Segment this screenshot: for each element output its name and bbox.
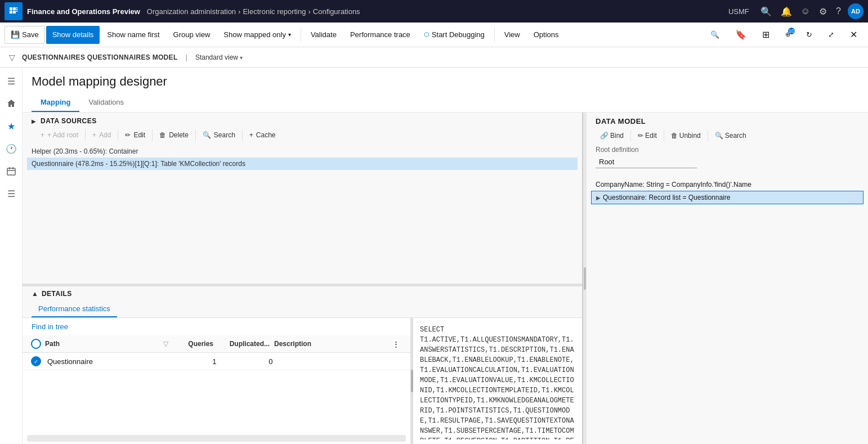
- dm-unbind-button[interactable]: 🗑 Unbind: [666, 130, 705, 141]
- table-row[interactable]: Questionnaire 1 0: [23, 353, 410, 370]
- group-view-button[interactable]: Group view: [167, 26, 217, 44]
- performance-trace-button[interactable]: Performance trace: [344, 26, 417, 44]
- tab-mapping[interactable]: Mapping: [32, 93, 79, 112]
- sql-text[interactable]: SELECT T1.ACTIVE,T1.ALLQUESTIONSMANDATOR…: [418, 322, 578, 439]
- smiley-icon[interactable]: ☺: [799, 4, 812, 19]
- main-panel-divider[interactable]: [583, 113, 587, 444]
- sidebar-icon-star[interactable]: ★: [2, 117, 20, 135]
- show-name-first-button[interactable]: Show name first: [101, 26, 165, 44]
- show-details-label: Show details: [52, 30, 94, 39]
- layout-icon[interactable]: ⊞: [756, 26, 776, 44]
- breadcrumb-item-org[interactable]: Organization administration: [147, 7, 236, 16]
- add-label: Add: [99, 131, 111, 139]
- row-duplicated: 0: [221, 357, 278, 366]
- breadcrumb-chevron-1: ›: [238, 7, 240, 16]
- sidebar-icon-calendar[interactable]: [2, 162, 20, 180]
- badge-icon[interactable]: ⊕ 10: [779, 26, 797, 44]
- sidebar-icon-list[interactable]: ☰: [2, 185, 20, 203]
- show-mapped-only-arrow: ▾: [288, 32, 291, 38]
- dm-bind-button[interactable]: 🔗 Bind: [596, 130, 628, 141]
- view-label: View: [504, 30, 520, 39]
- validate-button[interactable]: Validate: [305, 26, 343, 44]
- col-header-description: Description: [274, 340, 392, 348]
- tab-performance-statistics[interactable]: Performance statistics: [32, 301, 117, 317]
- details-collapse-icon[interactable]: ▲: [32, 290, 38, 298]
- save-button[interactable]: 💾 Save: [5, 26, 45, 44]
- table-header: Path ▽ Queries Duplicated... Description…: [23, 335, 410, 353]
- ds-sep-1: [85, 129, 86, 141]
- data-sources-section: ▶ DATA SOURCES + + Add root + Add: [23, 113, 582, 284]
- refresh-icon[interactable]: ↻: [800, 26, 818, 44]
- svg-rect-7: [7, 168, 15, 175]
- start-debugging-button[interactable]: ⬡ Start Debugging: [418, 26, 491, 44]
- close-icon[interactable]: ✕: [844, 26, 863, 44]
- add-button[interactable]: + Add: [88, 129, 115, 141]
- row-check-circle[interactable]: [31, 356, 41, 366]
- performance-table: Path ▽ Queries Duplicated... Description…: [23, 335, 410, 433]
- search-btn-right[interactable]: 🔍: [704, 26, 726, 44]
- show-mapped-only-button[interactable]: Show mapped only ▾: [217, 26, 297, 44]
- vertical-divider[interactable]: [411, 318, 413, 444]
- bookmark-icon[interactable]: 🔖: [729, 26, 753, 44]
- left-sidebar: ☰ ★ 🕐 ☰: [0, 68, 23, 444]
- breadcrumb-item-config[interactable]: Configurations: [313, 7, 360, 16]
- tab-validations[interactable]: Validations: [79, 93, 133, 112]
- sidebar-icon-home[interactable]: [2, 95, 20, 113]
- dm-item-questionnaire-text: Questionnaire: Record list = Questionnai…: [603, 194, 858, 201]
- options-label: Options: [534, 30, 559, 39]
- expand-icon[interactable]: ⤢: [822, 26, 840, 44]
- dm-search-button[interactable]: 🔍 Search: [710, 130, 751, 141]
- show-details-button[interactable]: Show details: [46, 26, 100, 44]
- page-title: Model mapping designer: [32, 74, 859, 89]
- ds-item-helper[interactable]: Helper (20.3ms - 0.65%): Container: [27, 145, 578, 158]
- breadcrumb-bar-sep: |: [186, 53, 187, 61]
- root-definition-input[interactable]: [596, 156, 697, 168]
- ds-item-questionnaire[interactable]: Questionnaire (478.2ms - 15.25%)[1][Q:1]…: [27, 158, 578, 170]
- show-mapped-only-label: Show mapped only: [223, 30, 286, 39]
- gear-icon[interactable]: ⚙: [817, 4, 829, 19]
- save-icon: 💾: [11, 30, 20, 39]
- app-name: Finance and Operations Preview: [27, 7, 140, 16]
- dm-item-companyname[interactable]: CompanyName: String = CompanyInfo.'find(…: [591, 178, 863, 191]
- sidebar-icon-menu[interactable]: ☰: [2, 72, 20, 90]
- header-check-circle[interactable]: [31, 339, 41, 349]
- standard-view-selector[interactable]: Standard view ▾: [195, 53, 243, 61]
- dm-unbind-icon: 🗑: [671, 132, 678, 140]
- add-root-button[interactable]: + + Add root: [36, 129, 83, 141]
- dm-unbind-label: Unbind: [679, 132, 701, 140]
- col-menu-icon[interactable]: ⋮: [392, 340, 406, 348]
- bell-icon[interactable]: 🔔: [778, 4, 794, 19]
- start-debugging-label: Start Debugging: [432, 30, 485, 39]
- grid-icon[interactable]: [5, 2, 23, 20]
- view-button[interactable]: View: [498, 26, 526, 44]
- sql-area: SELECT T1.ACTIVE,T1.ALLQUESTIONSMANDATOR…: [413, 318, 582, 444]
- col-filter-icon[interactable]: ▽: [163, 340, 168, 348]
- col-header-path: Path: [45, 340, 163, 348]
- breadcrumb-item-er[interactable]: Electronic reporting: [243, 7, 306, 16]
- main-content: ☰ ★ 🕐 ☰ Model mapping designer Mapping V…: [0, 68, 868, 444]
- root-definition-container: Root definition: [596, 146, 859, 168]
- search-label: Search: [214, 131, 235, 139]
- cache-button[interactable]: + Cache: [245, 129, 280, 141]
- dm-edit-button[interactable]: ✏ Edit: [633, 130, 661, 141]
- find-in-tree-link[interactable]: Find in tree: [32, 322, 68, 331]
- options-button[interactable]: Options: [527, 26, 565, 44]
- group-view-label: Group view: [173, 30, 211, 39]
- details-content: Find in tree Path ▽ Que: [23, 318, 582, 444]
- designer-area: ▶ DATA SOURCES + + Add root + Add: [23, 113, 868, 444]
- row-queries: 1: [176, 357, 221, 366]
- table-scrollbar[interactable]: [27, 435, 406, 442]
- ds-expand-arrow[interactable]: ▶: [32, 118, 36, 124]
- search-icon[interactable]: 🔍: [758, 4, 774, 19]
- delete-button[interactable]: 🗑 Delete: [155, 129, 193, 141]
- details-header: ▲ DETAILS: [23, 286, 582, 301]
- dm-item-questionnaire[interactable]: ▶ Questionnaire: Record list = Questionn…: [591, 191, 863, 204]
- dm-sep-2: [664, 130, 664, 141]
- edit-button[interactable]: ✏ Edit: [120, 129, 150, 141]
- search-button[interactable]: 🔍 Search: [198, 129, 240, 141]
- debug-icon: ⬡: [424, 31, 429, 38]
- avatar[interactable]: AD: [848, 3, 863, 19]
- sidebar-icon-clock[interactable]: 🕐: [2, 140, 20, 158]
- help-icon[interactable]: ?: [834, 4, 843, 19]
- dm-item-companyname-text: CompanyName: String = CompanyInfo.'find(…: [596, 181, 859, 189]
